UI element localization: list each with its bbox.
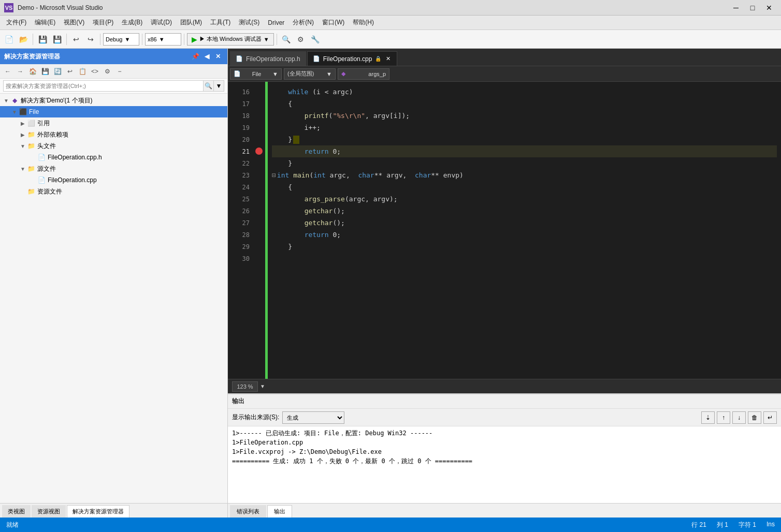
maximize-button[interactable]: □: [745, 3, 760, 13]
output-panel: 输出 显示输出来源(S): 生成 ⇣ ↑ ↓ 🗑 ↵ 1>------ 已启动生…: [228, 393, 781, 518]
zoom-dropdown-arrow[interactable]: ▼: [260, 383, 265, 389]
run-debugger-button[interactable]: ▶ ▶ 本地 Windows 调试器 ▼: [187, 33, 274, 46]
se-controls: 📌 ◀ ✕: [190, 51, 223, 62]
menu-test[interactable]: 测试(S): [235, 16, 264, 29]
expand-ext-icon[interactable]: ▶: [19, 130, 27, 139]
new-file-button[interactable]: 📄: [2, 33, 16, 46]
status-ready: 就绪: [6, 521, 681, 529]
code-content[interactable]: while (i < argc) { printf("%s\r\n", argv…: [268, 82, 781, 379]
platform-dropdown[interactable]: x86 ▼: [145, 33, 181, 46]
se-save-button[interactable]: 💾: [39, 66, 51, 77]
output-btn-wrap[interactable]: ↵: [763, 411, 777, 424]
src-folder-label: 源文件: [37, 165, 56, 173]
tree-item-solution[interactable]: ▼ ◆ 解决方案'Demo'(1 个项目): [0, 95, 227, 106]
toolbar-btn-3[interactable]: 🔧: [309, 33, 322, 46]
tab-resource-view[interactable]: 资源视图: [32, 505, 66, 518]
expand-references-icon[interactable]: ▶: [19, 119, 27, 127]
se-minus-button[interactable]: −: [114, 66, 125, 77]
se-settings-button[interactable]: ⚙: [102, 66, 113, 77]
output-btn-3[interactable]: ↓: [732, 411, 746, 424]
breakpoint-21[interactable]: [255, 147, 263, 155]
menu-analyze[interactable]: 分析(N): [288, 16, 318, 29]
breadcrumb-symbol-dropdown[interactable]: ◆ args_p: [338, 68, 389, 80]
expand-solution-icon[interactable]: ▼: [2, 96, 10, 105]
tree-item-header-folder[interactable]: ▼ 📁 头文件: [0, 140, 227, 152]
redo-button[interactable]: ↪: [84, 33, 97, 46]
menu-window[interactable]: 窗口(W): [318, 16, 349, 29]
se-home-button[interactable]: 🏠: [27, 66, 38, 77]
menu-build[interactable]: 生成(B): [118, 16, 147, 29]
breadcrumb-scope-label: (全局范围): [287, 70, 314, 78]
se-undo-button[interactable]: ↩: [64, 66, 76, 77]
ext-deps-label: 外部依赖项: [37, 130, 68, 139]
expand-project-icon[interactable]: ▼: [10, 108, 19, 116]
breadcrumb-scope-dropdown[interactable]: (全局范围) ▼: [284, 68, 336, 80]
output-toolbar-buttons: ⇣ ↑ ↓ 🗑 ↵: [701, 411, 777, 424]
open-button[interactable]: 📂: [17, 33, 30, 46]
toolbar-btn-2[interactable]: ⚙: [294, 33, 308, 46]
zoom-display: 123 %: [232, 381, 258, 392]
minimize-button[interactable]: ─: [728, 3, 744, 13]
breadcrumb-symbol-label: args_p: [368, 71, 386, 77]
se-refresh-button[interactable]: 🔄: [52, 66, 63, 77]
menu-debug[interactable]: 调试(D): [147, 16, 176, 29]
output-source-select[interactable]: 生成: [282, 411, 344, 424]
menu-edit[interactable]: 编辑(E): [31, 16, 60, 29]
solution-label: 解决方案'Demo'(1 个项目): [21, 96, 93, 105]
menu-view[interactable]: 视图(V): [60, 16, 89, 29]
toolbar-btn-1[interactable]: 🔍: [280, 33, 293, 46]
se-search-dropdown[interactable]: ▼: [214, 80, 224, 92]
tree-item-header-file[interactable]: 📄 FileOperation.cpp.h: [0, 152, 227, 163]
se-forward-button[interactable]: →: [15, 66, 26, 77]
tree-item-external-deps[interactable]: ▶ 📁 外部依赖项: [0, 129, 227, 140]
tree-item-cpp-file[interactable]: 📄 FileOperation.cpp: [0, 174, 227, 186]
output-line-2: 1>FileOperation.cpp: [232, 438, 777, 447]
se-close-button[interactable]: ✕: [213, 51, 223, 62]
se-back-button[interactable]: ←: [2, 66, 13, 77]
close-button[interactable]: ✕: [761, 3, 777, 13]
se-code-button[interactable]: <>: [89, 66, 100, 77]
debug-config-dropdown[interactable]: Debug ▼: [103, 33, 139, 46]
res-folder-label: 资源文件: [37, 187, 62, 196]
line-num-25: 25: [228, 193, 254, 205]
se-search-input[interactable]: [3, 80, 204, 92]
line-num-23: 23: [228, 169, 254, 181]
se-auto-hide-button[interactable]: ◀: [201, 51, 212, 62]
code-editor[interactable]: 16 17 18 19 20 21 22 23 24 25 26 27 28 2…: [228, 82, 781, 379]
menu-help[interactable]: 帮助(H): [349, 16, 378, 29]
tab-cpp-label: FileOperation.cpp: [323, 55, 372, 63]
line-num-30: 30: [228, 253, 254, 264]
se-search-icon[interactable]: 🔍: [204, 80, 214, 92]
code-line-20: }: [272, 134, 777, 145]
menu-tools[interactable]: 工具(T): [206, 16, 235, 29]
expand-header-icon[interactable]: ▼: [19, 142, 27, 150]
tab-error-list[interactable]: 错误列表: [230, 505, 266, 518]
output-source-label: 显示输出来源(S):: [232, 413, 279, 422]
output-btn-2[interactable]: ↑: [717, 411, 730, 424]
output-btn-1[interactable]: ⇣: [701, 411, 715, 424]
window-title: Demo - Microsoft Visual Studio: [18, 4, 728, 11]
output-btn-clear[interactable]: 🗑: [748, 411, 761, 424]
menu-team[interactable]: 团队(M): [176, 16, 206, 29]
menu-file[interactable]: 文件(F): [2, 16, 31, 29]
tab-class-view[interactable]: 类视图: [2, 505, 31, 518]
menu-project[interactable]: 项目(P): [89, 16, 118, 29]
tree-item-project[interactable]: ▼ ⬛ File: [0, 106, 227, 117]
tab-output[interactable]: 输出: [267, 505, 292, 518]
tab-cpp-close[interactable]: ✕: [384, 55, 392, 63]
se-pin-button[interactable]: 📌: [190, 51, 200, 62]
save-button[interactable]: 💾: [36, 33, 49, 46]
tree-item-source-folder[interactable]: ▼ 📁 源文件: [0, 163, 227, 174]
se-copy-button[interactable]: 📋: [77, 66, 88, 77]
undo-button[interactable]: ↩: [69, 33, 83, 46]
expand-src-folder-icon[interactable]: ▼: [19, 165, 27, 173]
tree-item-references[interactable]: ▶ ⬜ 引用: [0, 117, 227, 129]
save-all-button[interactable]: 💾: [50, 33, 64, 46]
menu-driver[interactable]: Driver: [264, 17, 288, 28]
tree-item-resource-folder[interactable]: 📁 资源文件: [0, 186, 227, 197]
tab-header-file[interactable]: 📄 FileOperation.cpp.h: [230, 51, 306, 66]
h-file-icon: 📄: [37, 153, 46, 161]
breadcrumb-file-dropdown[interactable]: 📄 File ▼: [230, 68, 282, 80]
tab-cpp-file[interactable]: 📄 FileOperation.cpp 🔒 ✕: [307, 51, 398, 66]
tab-solution-explorer[interactable]: 解决方案资源管理器: [67, 505, 129, 518]
